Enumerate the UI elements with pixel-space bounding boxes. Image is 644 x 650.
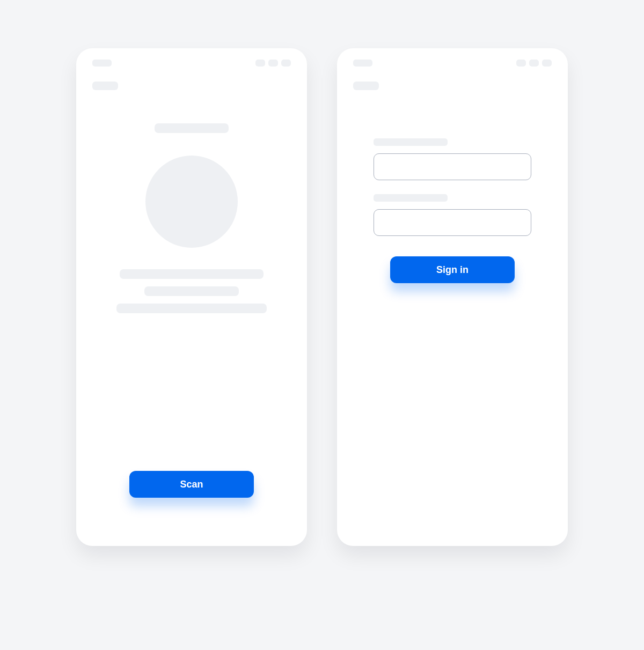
scan-description-placeholder: [116, 269, 267, 313]
status-time-placeholder: [353, 60, 372, 67]
status-wifi-icon: [268, 60, 278, 67]
field-2-label-placeholder: [374, 194, 448, 202]
field-group-2: [374, 194, 531, 236]
status-battery-icon: [281, 60, 291, 67]
scan-line-2: [144, 286, 239, 296]
back-button-placeholder[interactable]: [353, 82, 379, 90]
field-2-input[interactable]: [374, 209, 531, 236]
status-bar-left: [92, 60, 112, 67]
device-signin-screen: Sign in: [337, 48, 568, 546]
device-scan-screen: Scan: [76, 48, 307, 546]
field-1-label-placeholder: [374, 138, 448, 146]
status-signal-icon: [255, 60, 265, 67]
field-1-input[interactable]: [374, 153, 531, 180]
nav-bar: [92, 82, 291, 90]
signin-form: Sign in: [353, 90, 552, 530]
status-bar-right: [516, 60, 552, 67]
back-button-placeholder[interactable]: [92, 82, 118, 90]
scan-button[interactable]: Scan: [129, 471, 254, 498]
scan-line-3: [116, 304, 267, 313]
status-time-placeholder: [92, 60, 112, 67]
status-battery-icon: [542, 60, 552, 67]
status-bar-left: [353, 60, 372, 67]
scan-content: Scan: [92, 90, 291, 530]
nav-bar: [353, 82, 552, 90]
status-bar: [92, 59, 291, 67]
status-bar-right: [255, 60, 291, 67]
signin-button[interactable]: Sign in: [390, 256, 515, 283]
scan-illustration-placeholder: [145, 156, 238, 248]
scan-title-placeholder: [155, 123, 229, 133]
field-group-1: [374, 138, 531, 180]
status-signal-icon: [516, 60, 526, 67]
scan-line-1: [120, 269, 264, 279]
status-wifi-icon: [529, 60, 539, 67]
status-bar: [353, 59, 552, 67]
